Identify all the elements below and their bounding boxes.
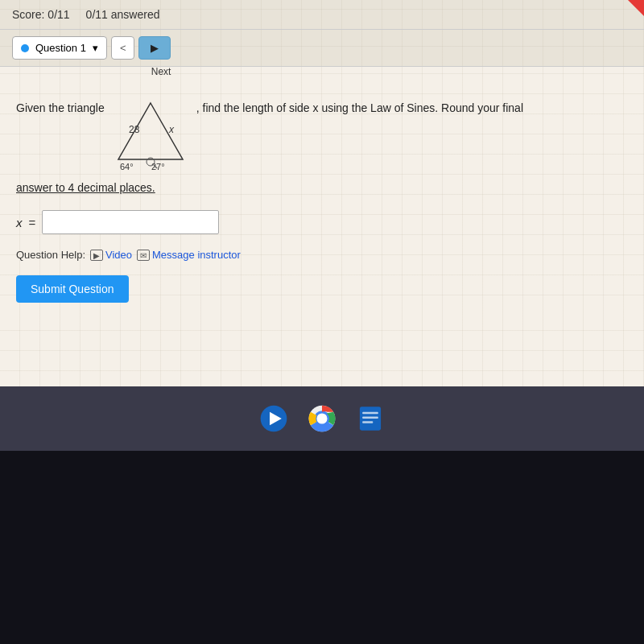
play-taskbar-icon[interactable] [256,401,291,436]
svg-text:28: 28 [129,124,140,135]
question-status-dot [21,44,29,52]
file-taskbar-icon[interactable] [353,401,388,436]
svg-text:27°: 27° [151,162,165,171]
score-bar: Score: 0/11 0/11 answered [0,0,644,30]
question-text: Given the triangle 28 x 64° 27° [16,99,628,176]
submit-button[interactable]: Submit Question [16,275,129,303]
input-label: x [16,216,23,229]
message-help-link[interactable]: ✉ Message instructor [137,249,241,261]
message-label: Message instructor [152,249,241,261]
triangle-diagram: 28 x 64° 27° [114,99,187,176]
question-label: Question 1 [35,42,86,54]
continuation-text: answer to 4 decimal places. [16,181,628,194]
question-selector[interactable]: Question 1 ▾ [12,36,107,60]
navigation-bar: Question 1 ▾ < ▶ Next [0,30,644,67]
chrome-taskbar-icon[interactable] [304,401,340,436]
dark-bottom [0,451,644,644]
video-icon: ▶ [90,250,103,261]
question-prefix: Given the triangle [16,99,105,117]
help-label: Question Help: [16,249,85,261]
input-area: x = [16,210,628,234]
dropdown-arrow-icon: ▾ [93,42,98,54]
prev-button[interactable]: < [111,36,135,60]
video-help-link[interactable]: ▶ Video [90,249,132,261]
help-area: Question Help: ▶ Video ✉ Message instruc… [16,249,628,261]
svg-rect-15 [362,421,373,423]
message-icon: ✉ [137,250,150,261]
svg-text:64°: 64° [120,162,134,171]
next-button[interactable]: ▶ [138,36,171,60]
svg-text:x: x [168,124,175,135]
score-label: Score: 0/11 [12,8,70,21]
question-suffix: , find the length of side x using the La… [196,99,523,117]
equals-sign: = [29,216,36,229]
taskbar [0,386,644,451]
video-label: Video [105,249,132,261]
next-label: Next [151,66,171,77]
svg-rect-14 [362,417,378,419]
svg-point-11 [317,414,326,423]
answer-input[interactable] [42,210,219,234]
question-area: Given the triangle 28 x 64° 27° [0,67,644,315]
svg-rect-13 [362,412,378,414]
answered-label: 0/11 answered [86,8,160,21]
